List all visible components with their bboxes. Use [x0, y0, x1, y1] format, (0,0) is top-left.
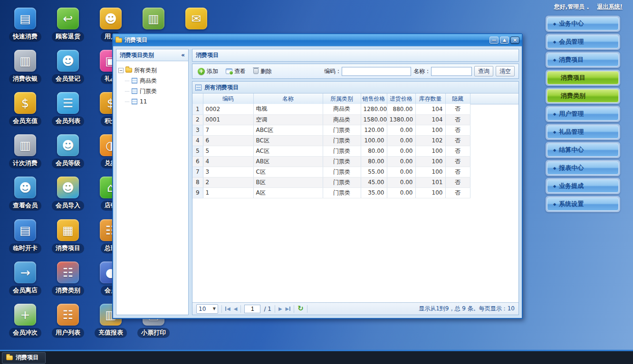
name-input[interactable] [431, 67, 472, 76]
maximize-icon[interactable]: ▲ [500, 37, 509, 44]
desktop-icon-member-level[interactable]: ☻ 会员等级 [47, 134, 89, 168]
sidebar-item-业务提成[interactable]: ◆ 业务提成 [546, 178, 620, 194]
grid-title: 所有消费项目 [204, 84, 239, 92]
sidebar-item-礼品管理[interactable]: ◆ 礼品管理 [546, 124, 620, 140]
tree-node-label: 商品类 [140, 77, 157, 85]
grid-list-icon [195, 84, 201, 91]
table-cell: 9 [192, 187, 203, 198]
right-nav-sidebar: ◆ 业务中心 ◆ 会员管理 ◆ 消费项目 消费项目 消费类别 ◆ 用户管理 ◆ … [546, 16, 620, 212]
desktop-icon-consume-item[interactable]: ▦ 消费项目 [47, 219, 89, 253]
tree-node-门票类[interactable]: 门票类 [125, 86, 186, 96]
table-row[interactable]: 73C区门票类55.000.00100否 [192, 167, 470, 177]
desktop-icon-glyph: → [14, 261, 36, 283]
table-cell: 5 [192, 146, 203, 156]
desktop-icon-customer-return[interactable]: ↩ 顾客退货 [47, 8, 89, 42]
tree-node-root[interactable]: − 所有类别 [118, 65, 186, 75]
column-header[interactable]: 库存数量 [415, 93, 445, 104]
desktop-icon-count-consume[interactable]: ▥ 计次消费 [4, 134, 47, 168]
column-header[interactable]: 隐藏 [445, 93, 470, 104]
table-cell: 100 [415, 125, 445, 135]
desktop-icon-user-list[interactable]: ☷ 用户列表 [47, 304, 89, 338]
minimize-icon[interactable]: — [489, 37, 499, 44]
sidebar-item-消费项目[interactable]: 消费项目 [546, 70, 620, 86]
desktop-icon-member-leave[interactable]: → 会员离店 [4, 261, 47, 296]
table-row[interactable]: 46BC区门票类100.000.00102否 [192, 135, 470, 146]
table-row[interactable]: 37ABC区门票类120.000.00100否 [192, 125, 470, 135]
last-page-icon[interactable]: ▶ [286, 306, 291, 311]
category-table-icon [132, 99, 137, 104]
desktop-icon-member-list[interactable]: ☰ 会员列表 [47, 92, 89, 126]
sidebar-item-消费项目[interactable]: ◆ 消费项目 [546, 52, 620, 68]
desktop-icon-view-member[interactable]: ☻ 查看会员 [4, 177, 47, 211]
desktop-icon-cashier[interactable]: ▥ 消费收银 [4, 50, 47, 84]
window-titlebar[interactable]: 消费项目 — ▲ × [113, 34, 522, 46]
pager-bar: 10 ▼ ◀ ◀ / 1 ▶ ▶ ↻ [192, 302, 518, 315]
tree-node-商品类[interactable]: 商品类 [125, 75, 186, 86]
logout-link[interactable]: 退出系统! [597, 3, 623, 10]
table-cell: 否 [445, 177, 470, 187]
desktop-icon-member-count-add[interactable]: + 会员冲次 [4, 304, 47, 338]
view-button[interactable]: 查看 [224, 66, 247, 76]
page-size-value: 10 [199, 306, 206, 312]
refresh-icon[interactable]: ↻ [297, 305, 304, 312]
desktop-icon-member-recharge[interactable]: $ 会员充值 [4, 92, 47, 126]
desktop-icon-message-settings[interactable]: ✉ [175, 8, 218, 29]
table-row[interactable]: 10002电视商品类1280.00880.00104否 [192, 104, 470, 114]
tree-node-11[interactable]: 11 [125, 96, 186, 107]
code-input[interactable] [342, 67, 411, 76]
sidebar-item-label: 消费项目 [561, 74, 585, 82]
query-button[interactable]: 查询 [474, 66, 493, 76]
table-cell: 2 [192, 114, 203, 125]
close-icon[interactable]: × [510, 37, 519, 44]
desktop-icon-member-import[interactable]: ☻ 会员导入 [47, 177, 89, 211]
desktop-icon-consume-category[interactable]: ☷ 消费类别 [47, 261, 89, 296]
sidebar-item-会员管理[interactable]: ◆ 会员管理 [546, 34, 620, 50]
table-row[interactable]: 64AB区门票类80.000.00100否 [192, 156, 470, 167]
table-row[interactable]: 91A区门票类35.000.00100否 [192, 187, 470, 198]
column-header[interactable]: 进货价格 [387, 93, 415, 104]
table-cell: 门票类 [323, 125, 361, 135]
column-header[interactable]: 名称 [253, 93, 323, 104]
clear-button[interactable]: 清空 [496, 66, 515, 76]
taskbar-item-consume-item[interactable]: 消费项目 [2, 352, 46, 364]
column-header[interactable] [192, 93, 203, 104]
items-panel-header: 消费项目 [192, 49, 518, 61]
sidebar-item-结算中心[interactable]: ◆ 结算中心 [546, 142, 620, 158]
column-header[interactable]: 编码 [203, 93, 253, 104]
desktop-icon-glyph: ▤ [14, 8, 36, 29]
greeting-bar: 您好,管理员 。退出系统! [554, 3, 623, 11]
table-cell: 102 [415, 135, 445, 146]
desktop-icon-glyph: ☰ [57, 92, 79, 114]
table-row[interactable]: 55AC区门票类80.000.00100否 [192, 146, 470, 156]
desktop-icon-glyph: ☻ [14, 177, 36, 198]
category-table-icon [132, 88, 137, 94]
page-number-input[interactable] [244, 305, 260, 313]
next-page-icon[interactable]: ▶ [278, 306, 282, 311]
sidebar-item-用户管理[interactable]: ◆ 用户管理 [546, 106, 620, 122]
sidebar-item-label: 结算中心 [559, 146, 584, 154]
add-button[interactable]: + 添加 [196, 66, 220, 76]
table-cell: 5 [203, 146, 253, 156]
table-cell: 否 [445, 135, 470, 146]
desktop-icon-temp-card[interactable]: ▤ 临时开卡 [4, 219, 47, 253]
desktop-icon-report-chart[interactable]: ▥ [132, 8, 175, 29]
table-cell: 否 [445, 125, 470, 135]
tree-expand-icon[interactable]: − [118, 68, 124, 73]
sidebar-item-系统设置[interactable]: ◆ 系统设置 [546, 196, 620, 212]
prev-page-icon[interactable]: ◀ [234, 306, 238, 311]
sidebar-item-消费类别[interactable]: 消费类别 [546, 88, 620, 104]
collapse-panel-icon[interactable]: « [181, 52, 185, 58]
delete-button[interactable]: 删除 [252, 66, 273, 76]
column-header[interactable]: 所属类别 [323, 93, 361, 104]
sidebar-item-报表中心[interactable]: ◆ 报表中心 [546, 160, 620, 176]
table-row[interactable]: 20001空调商品类1580.001380.00104否 [192, 114, 470, 125]
desktop-icon-quick-consume[interactable]: ▤ 快速消费 [4, 8, 47, 42]
tree-folder-icon [125, 68, 132, 73]
desktop-icon-glyph: ☷ [57, 304, 79, 326]
first-page-icon[interactable]: ◀ [225, 306, 230, 311]
table-row[interactable]: 82B区门票类45.000.00101否 [192, 177, 470, 187]
sidebar-item-业务中心[interactable]: ◆ 业务中心 [546, 16, 620, 32]
desktop-icon-member-register[interactable]: ☻ 会员登记 [47, 50, 89, 84]
column-header[interactable]: 销售价格 [361, 93, 387, 104]
page-size-select[interactable]: 10 ▼ [196, 304, 218, 314]
